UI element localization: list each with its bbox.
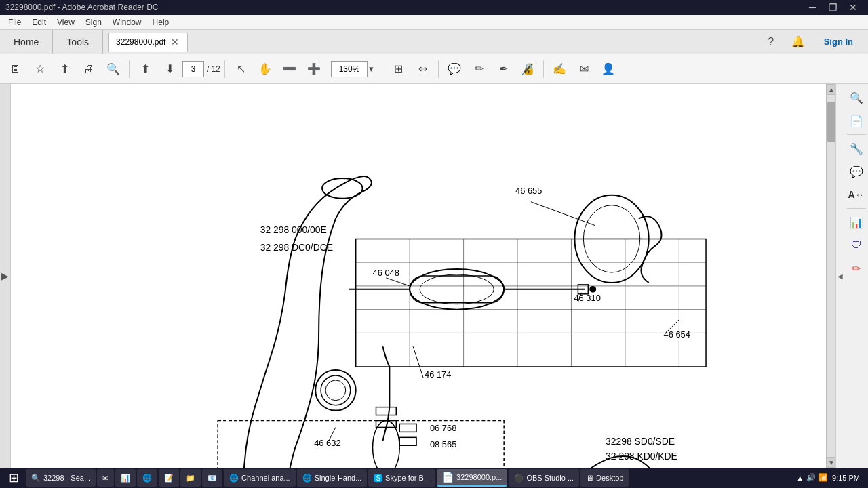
menu-view[interactable]: View [52,16,80,28]
comment-button[interactable]: 💬 [443,58,466,81]
menu-help[interactable]: Help [147,16,175,28]
comment-panel-button[interactable]: 💬 [846,161,867,182]
stamp-button[interactable]: 🔏 [516,58,539,81]
hand-tool-button[interactable]: ✋ [254,58,277,81]
sign-in-button[interactable]: Sign In [816,34,861,49]
scroll-track[interactable] [827,95,835,457]
taskbar-item-folder[interactable]: 📁 [180,469,201,487]
nav-bar: Home Tools 32298000.pdf ✕ ? 🔔 Sign In [0,30,868,54]
taskbar-item-outlook[interactable]: 📧 [202,469,222,487]
help-button[interactable]: ? [762,33,781,52]
svg-text:46 632: 46 632 [314,438,340,448]
prev-page-button[interactable]: ⬆ [134,58,157,81]
scroll-down-button[interactable]: ▼ [827,457,835,468]
pen-button[interactable]: ✏ [467,58,490,81]
menu-sign[interactable]: Sign [80,16,107,28]
system-tray[interactable]: ▲ 🔊 📶 [796,473,828,482]
tab-home[interactable]: Home [0,30,53,54]
clock[interactable]: 9:15 PM [832,473,860,483]
sign-document-button[interactable]: ✍ [548,58,571,81]
edit-panel-button[interactable]: ✏ [846,258,867,279]
separator-4 [438,60,439,78]
cursor-icon: ↖ [237,62,245,75]
share-button[interactable]: 👤 [597,58,620,81]
tab-tools[interactable]: Tools [53,30,103,54]
pen-icon: ✏ [475,62,484,75]
taskbar-item-acrobat[interactable]: 📄 32298000.p... [437,469,507,487]
tools-panel-button[interactable]: 🔧 [846,138,867,159]
taskbar-item-mail[interactable]: ✉ [97,469,114,487]
start-button[interactable]: ⊞ [3,469,24,487]
taskbar-item-obs[interactable]: ⚫ OBS Studio ... [509,469,579,487]
file-tab-close[interactable]: ✕ [170,37,180,47]
scroll-up-button[interactable]: ▲ [827,84,835,95]
svg-text:46 310: 46 310 [574,293,600,303]
search-icon: 🔍 [106,62,120,75]
search-button[interactable]: 🔍 [102,58,125,81]
export-panel-button[interactable]: 📊 [846,211,867,233]
svg-text:46 174: 46 174 [425,369,451,380]
menu-edit[interactable]: Edit [26,16,52,28]
minimize-button[interactable]: ─ [803,1,822,14]
taskbar-mail-icon: ✉ [102,474,108,483]
tray-speaker-icon: 🔊 [806,473,816,482]
close-button[interactable]: ✕ [844,1,863,14]
zoom-level[interactable]: ▾ [327,58,378,81]
menu-window[interactable]: Window [107,16,147,28]
page-nav: / 12 [182,61,220,77]
taskbar-item-search[interactable]: 🔍 32298 - Sea... [26,469,96,487]
taskbar-item-word[interactable]: 📝 [159,469,179,487]
taskbar-acrobat-label: 32298000.p... [456,473,502,481]
select-tool-button[interactable]: ↖ [229,58,252,81]
search-panel-button[interactable]: 🔍 [846,87,867,108]
tools-tab-label: Tools [66,37,89,47]
svg-text:46 655: 46 655 [515,186,542,196]
taskbar-skype-icon: S [374,474,382,482]
page-thumbnail-button[interactable]: 📄 [846,110,867,131]
svg-text:32298 SD0/SDE: 32298 SD0/SDE [606,436,675,447]
restore-button[interactable]: ❐ [823,1,842,14]
taskbar-item-singlehand[interactable]: 🌐 Single-Hand... [297,469,368,487]
print-button[interactable]: 🖨 [77,58,100,81]
pdf-viewer: 32 298 000/00E 32 298 DC0/DCE 46 048 46 … [11,84,835,468]
taskbar-item-browser[interactable]: 🌐 [137,469,157,487]
window-title: 32298000.pdf - Adobe Acrobat Reader DC [5,3,159,12]
mail-button[interactable]: ✉ [572,58,595,81]
svg-line-26 [386,278,410,286]
highlight-button[interactable]: ✒ [492,58,515,81]
taskbar-item-desktop[interactable]: 🖥 Desktop [580,469,629,487]
left-panel-toggle[interactable]: ▶ [0,84,11,468]
mail-icon: ✉ [580,62,589,75]
taskbar-item-skype[interactable]: S Skype for B... [368,469,435,487]
right-panel: 🔍 📄 🔧 💬 A↔ 📊 🛡 ✏ [844,84,868,468]
menu-file[interactable]: File [3,16,26,28]
svg-point-21 [589,286,596,293]
zoom-input[interactable] [331,61,368,77]
right-panel-toggle[interactable]: ◀ [835,84,844,468]
stamp-icon: 🔏 [521,62,534,75]
next-page-button[interactable]: ⬇ [158,58,181,81]
file-tab[interactable]: 32298000.pdf ✕ [108,33,188,52]
taskbar-browser-icon: 🌐 [142,474,152,483]
help-icon: ? [768,36,774,48]
taskbar-item-channel[interactable]: 🌐 Channel ana... [224,469,296,487]
bell-icon: 🔔 [791,35,805,48]
taskbar-outlook-icon: 📧 [208,474,217,483]
taskbar-item-excel[interactable]: 📊 [115,469,136,487]
zoom-in-button[interactable]: ➕ [302,58,326,81]
taskbar-singlehand-icon: 🌐 [302,474,312,483]
vertical-scrollbar[interactable]: ▲ ▼ [826,84,835,468]
fit-width-button[interactable]: ⇔ [411,58,434,81]
zoom-out-button[interactable]: ➖ [278,58,301,81]
new-document-button[interactable]: 🗏 [4,58,27,81]
scroll-thumb[interactable] [827,102,835,142]
protect-panel-button[interactable]: 🛡 [846,235,867,256]
notifications-button[interactable]: 🔔 [789,33,808,52]
translate-panel-button[interactable]: A↔ [846,184,867,205]
svg-text:32 298 000/00E: 32 298 000/00E [260,224,327,235]
prev-page-icon: ⬆ [141,62,150,75]
fit-page-button[interactable]: ⊞ [387,58,410,81]
page-number-input[interactable] [182,61,204,77]
open-button[interactable]: ⬆ [53,58,76,81]
bookmark-button[interactable]: ☆ [28,58,52,81]
